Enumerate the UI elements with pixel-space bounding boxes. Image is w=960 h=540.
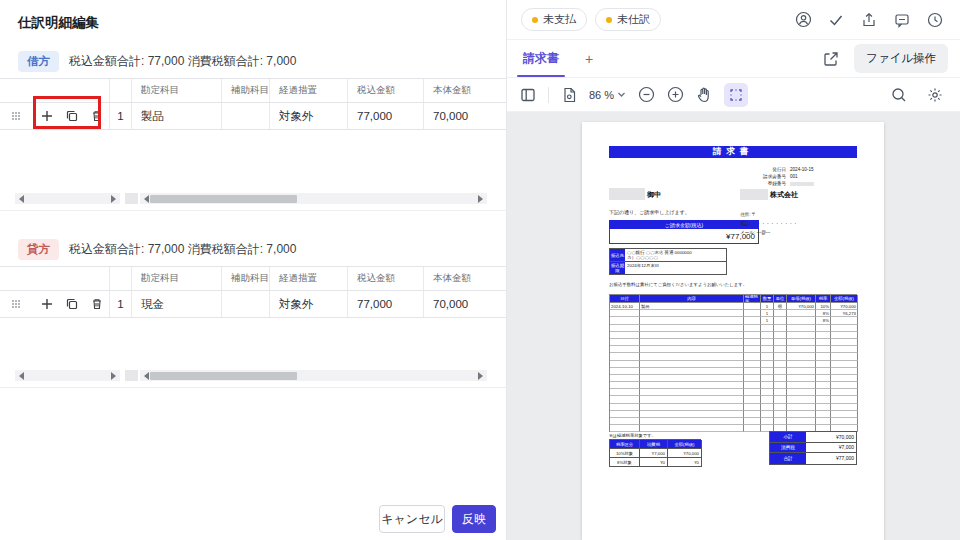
recipient-suffix: 御中 (647, 190, 661, 200)
items-header-cell: 軽減税率 (744, 295, 761, 303)
viewer-tab-bar: 請求書 + ファイル操作 (507, 40, 960, 78)
header-row-number (110, 267, 132, 290)
copy-row-icon[interactable] (64, 108, 80, 124)
bank-line2: カ）〇〇〇〇〇 (627, 255, 724, 260)
tax-cell: ¥0 (668, 458, 702, 467)
debit-account-cell[interactable]: 製品 (132, 103, 222, 129)
credit-table-header: 勘定科目 補助科目 経過措置 税込金額 本体金額 (0, 267, 507, 291)
zoom-level-dropdown[interactable]: 86 % (589, 89, 626, 101)
check-icon[interactable] (827, 11, 845, 29)
credit-right-scrollbar[interactable] (140, 370, 487, 381)
debit-sub-account-cell[interactable] (222, 103, 270, 129)
document-canvas[interactable]: 請求書 発行日2024-10-15 請求書番号001 登録番号 株式会社 御中 … (507, 112, 960, 540)
add-row-icon[interactable] (39, 296, 55, 312)
gear-icon[interactable] (926, 86, 944, 104)
scroll-left-icon[interactable] (19, 195, 24, 203)
credit-sub-account-cell[interactable] (222, 291, 270, 317)
tax-header-cell: 金額(税抜) (668, 440, 702, 449)
journal-edit-panel: 仕訳明細編集 借方 税込金額合計: 77,000 消費税額合計: 7,000 勘… (0, 0, 507, 540)
header-row-number (110, 79, 132, 102)
items-header-cell: 単位 (774, 295, 787, 303)
add-tab-button[interactable]: + (575, 51, 603, 67)
scroll-left-icon[interactable] (144, 195, 149, 203)
header-actions (0, 267, 110, 290)
toolbar-right-group (890, 86, 944, 104)
items-header-cell: 日付 (610, 295, 640, 303)
zoom-out-icon[interactable] (637, 86, 655, 104)
header-account: 勘定科目 (132, 267, 222, 290)
delete-row-icon[interactable] (89, 296, 105, 312)
item-cell: 1 (761, 310, 774, 317)
copy-row-icon[interactable] (64, 296, 80, 312)
marquee-select-tool[interactable] (724, 83, 748, 107)
items-header-cell: 内容 (640, 295, 744, 303)
debit-base-amount-cell[interactable]: 70,000 (424, 103, 507, 129)
credit-base-amount-cell[interactable]: 70,000 (424, 291, 507, 317)
scroll-right-icon[interactable] (478, 372, 483, 380)
credit-left-scrollbar[interactable] (15, 370, 120, 381)
cancel-button[interactable]: キャンセル (379, 505, 445, 533)
item-cell: 2024-10-10 (610, 303, 640, 310)
credit-row: 1 現金 対象外 77,000 70,000 (0, 291, 507, 318)
items-empty-row (610, 332, 857, 339)
debit-tax-category-cell[interactable]: 対象外 (270, 103, 348, 129)
item-cell: 1 (761, 317, 774, 324)
meta-value: 2024-10-15 (790, 167, 814, 172)
header-tax-category: 経過措置 (270, 267, 348, 290)
scroll-left-icon[interactable] (144, 372, 149, 380)
credit-tax-category-cell[interactable]: 対象外 (270, 291, 348, 317)
scroll-left-icon[interactable] (19, 372, 24, 380)
scroll-right-icon[interactable] (111, 372, 116, 380)
bank-account-row: 振込先 〇〇銀行 〇〇支店 普通 0000000 カ）〇〇〇〇〇 (609, 248, 727, 261)
toolbar-divider (548, 87, 549, 103)
comment-icon[interactable] (893, 11, 911, 29)
items-row: 1 8% ¥6,273 (610, 310, 857, 317)
drag-handle-icon[interactable] (8, 108, 24, 124)
debit-row-number: 1 (110, 103, 132, 129)
debit-right-scrollbar[interactable] (140, 193, 487, 204)
debit-left-scrollbar[interactable] (15, 193, 120, 204)
item-cell (610, 317, 640, 324)
user-circle-icon[interactable] (794, 11, 812, 29)
history-clock-icon[interactable] (926, 11, 944, 29)
scrollbar-thumb[interactable] (150, 195, 297, 203)
items-empty-row (610, 389, 857, 396)
drag-handle-icon[interactable] (8, 296, 24, 312)
status-badge-label: 未支払 (543, 12, 576, 27)
delete-row-icon[interactable] (89, 108, 105, 124)
credit-row-number: 1 (110, 291, 132, 317)
summary-value: ¥70,000 (806, 432, 856, 442)
credit-account-cell[interactable]: 現金 (132, 291, 222, 317)
add-row-icon[interactable] (39, 108, 55, 124)
page-thumbnail-icon[interactable] (560, 86, 578, 104)
debit-row-actions (0, 103, 110, 129)
redacted-sender-name (740, 189, 768, 200)
open-external-icon[interactable] (822, 50, 840, 68)
apply-button[interactable]: 反映 (452, 505, 496, 533)
scroll-right-icon[interactable] (111, 195, 116, 203)
item-cell: 8% (816, 310, 831, 317)
summary-label: 小計 (770, 432, 806, 442)
hand-tool-icon[interactable] (695, 86, 713, 104)
zoom-in-icon[interactable] (666, 86, 684, 104)
share-icon[interactable] (860, 11, 878, 29)
contact-address: 住所: 〒 (740, 210, 798, 219)
items-empty-row (610, 325, 857, 332)
file-operations-button[interactable]: ファイル操作 (854, 44, 948, 73)
item-cell (787, 317, 816, 324)
scrollbar-thumb[interactable] (150, 372, 297, 380)
section-divider (0, 387, 507, 388)
items-header-cell: 税率 (816, 295, 831, 303)
credit-row-actions (0, 291, 110, 317)
debit-table-header: 勘定科目 補助科目 経過措置 税込金額 本体金額 (0, 79, 507, 103)
tax-cell: ¥70,000 (668, 449, 702, 458)
debit-tax-included-cell[interactable]: 77,000 (348, 103, 424, 129)
side-panel-icon[interactable] (519, 86, 537, 104)
scroll-right-icon[interactable] (478, 195, 483, 203)
tab-invoice[interactable]: 請求書 (507, 40, 575, 77)
item-cell (640, 317, 744, 324)
item-cell (744, 310, 761, 317)
meta-issue-date: 発行日2024-10-15 (732, 166, 857, 173)
search-icon[interactable] (890, 86, 908, 104)
credit-tax-included-cell[interactable]: 77,000 (348, 291, 424, 317)
